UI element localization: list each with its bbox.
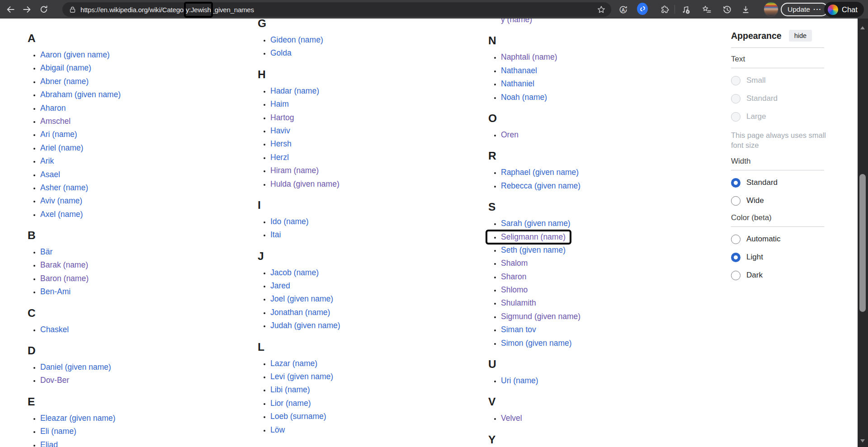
category-link[interactable]: Seth (given name) (501, 245, 566, 254)
profile-avatar[interactable] (764, 2, 778, 17)
category-link[interactable]: Naphtali (name) (501, 52, 557, 61)
bookmark-star-button[interactable] (597, 5, 606, 14)
list-item: Eliad (40, 438, 236, 447)
category-link[interactable]: Asher (name) (40, 183, 88, 192)
radio-option-standard: Standard (731, 93, 859, 104)
history-button[interactable] (722, 4, 732, 15)
category-link[interactable]: Sigmund (given name) (501, 312, 580, 321)
radio-button[interactable] (731, 235, 741, 244)
read-aloud-button[interactable]: A (618, 4, 628, 15)
category-link[interactable]: Bär (40, 247, 52, 256)
scrollbar-down-arrow-icon[interactable] (860, 439, 865, 442)
category-link[interactable]: Sharon (501, 272, 526, 281)
category-link[interactable]: Sarah (given name) (501, 219, 571, 228)
section-heading-G: G (258, 17, 470, 30)
category-link[interactable]: Nathaniel (501, 79, 534, 88)
radio-option-automatic[interactable]: Automatic (731, 233, 859, 245)
category-link[interactable]: Oren (501, 130, 519, 139)
scrollbar-thumb[interactable] (859, 174, 866, 312)
address-bar[interactable]: https://en.wikipedia.org/wiki/Category:J… (62, 2, 611, 17)
category-link[interactable]: Hiram (name) (270, 166, 319, 175)
category-link[interactable]: Shulamith (501, 298, 536, 307)
category-link[interactable]: Löw (270, 425, 285, 434)
category-link[interactable]: Golda (270, 48, 292, 57)
category-link[interactable]: Eleazar (given name) (40, 414, 115, 423)
radio-button[interactable] (731, 196, 741, 206)
category-link[interactable]: Ben-Ami (40, 287, 71, 296)
category-link[interactable]: Velvel (501, 414, 522, 423)
downloads-button[interactable] (740, 4, 751, 15)
category-link[interactable]: Uri (name) (501, 376, 538, 385)
category-link[interactable]: Aharon (40, 104, 66, 113)
category-link[interactable]: Chaskel (40, 325, 69, 334)
category-link[interactable]: Siman tov (501, 325, 536, 334)
category-link[interactable]: Abraham (given name) (40, 90, 121, 99)
forward-button[interactable] (21, 4, 33, 15)
category-list: Eleazar (given name)Eli (name)Eliad (28, 412, 236, 447)
category-link[interactable]: Libi (name) (270, 385, 310, 394)
category-link[interactable]: Ariel (name) (40, 143, 83, 152)
shazam-extension-button[interactable] (637, 3, 648, 14)
favorites-button[interactable] (701, 4, 712, 15)
category-link[interactable]: Jacob (name) (270, 268, 319, 277)
category-link[interactable]: Axel (name) (40, 210, 83, 219)
category-link[interactable]: Shalom (501, 259, 528, 268)
category-link[interactable]: Hartog (270, 113, 294, 122)
category-link[interactable]: Hulda (given name) (270, 179, 340, 188)
category-link[interactable]: Ido (name) (270, 217, 309, 226)
category-link[interactable]: Jared (270, 281, 290, 290)
category-link[interactable]: Noah (name) (501, 93, 547, 102)
category-link[interactable]: Abigail (name) (40, 63, 91, 72)
category-link[interactable]: Daniel (given name) (40, 362, 111, 372)
category-link[interactable]: Jonathan (name) (270, 308, 330, 317)
url-suffix: _given_names (211, 6, 254, 14)
category-link[interactable]: Aaron (given name) (40, 50, 110, 59)
category-link[interactable]: Judah (given name) (270, 321, 340, 330)
radio-option-standard[interactable]: Standard (731, 177, 859, 188)
category-link[interactable]: Eli (name) (40, 427, 76, 436)
category-link[interactable]: Joel (given name) (270, 294, 333, 303)
refresh-button[interactable] (38, 4, 50, 15)
category-link[interactable]: Hadar (name) (270, 86, 319, 95)
copilot-chat-button[interactable]: Chat (824, 2, 864, 17)
category-link[interactable]: Loeb (surname) (270, 412, 326, 421)
category-link[interactable]: Raphael (given name) (501, 168, 579, 177)
radio-option-light[interactable]: Light (731, 251, 859, 263)
update-button[interactable]: Update ··· (781, 3, 828, 16)
category-link[interactable]: Aviv (name) (40, 196, 82, 205)
category-link[interactable]: Barak (name) (40, 260, 88, 269)
category-link[interactable]: Lior (name) (270, 399, 311, 408)
category-link[interactable]: Simon (given name) (501, 339, 572, 348)
radio-button[interactable] (731, 178, 741, 188)
scrollbar-up-arrow-icon[interactable] (860, 26, 865, 29)
back-button[interactable] (5, 4, 16, 15)
category-link[interactable]: Haviv (270, 126, 290, 135)
category-link[interactable]: Ari (name) (40, 130, 77, 139)
category-link[interactable]: Haim (270, 99, 289, 108)
category-link[interactable]: Baron (name) (40, 274, 89, 283)
category-link[interactable]: Herzl (270, 153, 289, 162)
category-link[interactable]: Arik (40, 156, 54, 165)
category-link[interactable]: Dov-Ber (40, 376, 69, 385)
category-link[interactable]: Levi (given name) (270, 372, 333, 381)
radio-option-wide[interactable]: Wide (731, 195, 859, 207)
category-link[interactable]: Shlomo (501, 285, 528, 294)
category-link[interactable]: Itai (270, 230, 281, 239)
radio-button[interactable] (731, 253, 741, 262)
radio-label: Standard (746, 178, 778, 187)
category-link[interactable]: Gideon (name) (270, 35, 323, 44)
category-link[interactable]: Amschel (40, 117, 71, 126)
category-link[interactable]: Rebecca (given name) (501, 181, 580, 190)
category-link[interactable]: Lazar (name) (270, 359, 317, 368)
media-controls-button[interactable] (680, 4, 691, 15)
category-link[interactable]: Seligmann (name) (501, 232, 566, 241)
category-link[interactable]: Asael (40, 170, 60, 179)
hide-button[interactable]: hide (789, 30, 812, 42)
extensions-button[interactable] (659, 4, 670, 15)
category-link[interactable]: Eliad (40, 440, 58, 447)
category-link[interactable]: Nathanael (501, 66, 537, 75)
radio-button[interactable] (731, 271, 741, 280)
category-link[interactable]: Hersh (270, 139, 292, 148)
radio-option-dark[interactable]: Dark (731, 269, 859, 281)
category-link[interactable]: Abner (name) (40, 77, 89, 86)
